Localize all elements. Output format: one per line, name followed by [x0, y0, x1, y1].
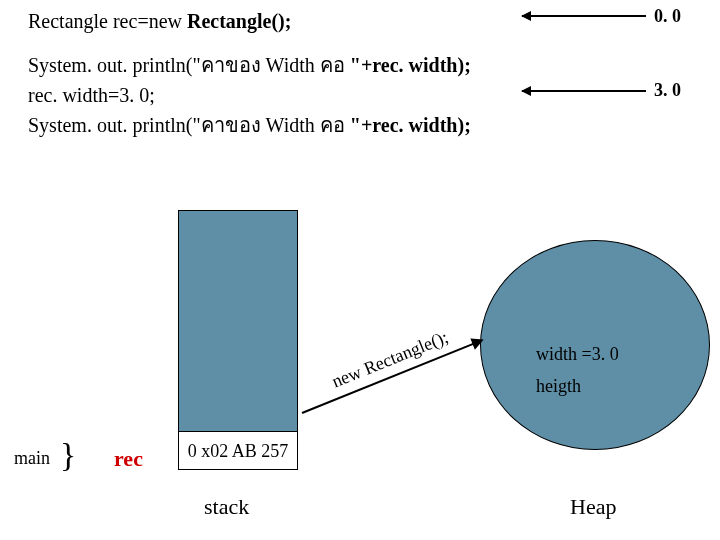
code-line-4b: "+rec. width); — [350, 114, 471, 136]
stack-caption: stack — [204, 494, 249, 520]
arrow-to-initial — [522, 15, 646, 17]
output-value-initial: 0. 0 — [654, 6, 681, 27]
rec-variable-label: rec — [114, 446, 143, 472]
heap-caption: Heap — [570, 494, 616, 520]
main-label: main — [14, 448, 50, 469]
code-line-3: rec. width=3. 0; — [28, 80, 471, 110]
output-value-after: 3. 0 — [654, 80, 681, 101]
code-line-2b: "+rec. width); — [350, 54, 471, 76]
code-line-4a: System. out. println("คาของ Width คอ — [28, 114, 350, 136]
stack-address-cell: 0 x02 AB 257 — [178, 432, 298, 470]
code-line-2a: System. out. println("คาของ Width คอ — [28, 54, 350, 76]
pointer-arrow: new Rectangle(); — [289, 307, 497, 445]
arrow-to-after — [522, 90, 646, 92]
code-line-1a: Rectangle rec=new — [28, 10, 187, 32]
brace-icon: } — [60, 436, 76, 474]
code-line-1b: Rectangle(); — [187, 10, 291, 32]
stack-frame-fill — [178, 210, 298, 432]
code-block: Rectangle rec=new Rectangle(); System. o… — [28, 6, 471, 140]
heap-field-width: width =3. 0 — [536, 344, 619, 365]
heap-field-height: heigth — [536, 376, 581, 397]
